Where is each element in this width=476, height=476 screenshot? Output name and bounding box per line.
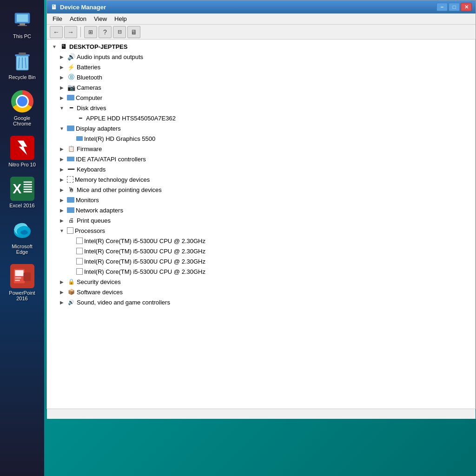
monitors-label: Monitors: [76, 197, 99, 204]
sidebar-label-chrome: GoogleChrome: [13, 115, 31, 126]
tree-item-network[interactable]: ▶ Network adapters: [47, 205, 475, 215]
svg-text:X: X: [13, 181, 21, 196]
tree-item-software[interactable]: ▶ 📦 Software devices: [47, 287, 475, 297]
tree-item-computer[interactable]: ▶ Computer: [47, 93, 475, 103]
audio-icon: 🔊: [67, 53, 75, 61]
back-button[interactable]: ←: [50, 26, 63, 38]
tree-item-cpu-3[interactable]: Intel(R) Core(TM) i5-5300U CPU @ 2.30GHz: [47, 256, 475, 266]
maximize-button[interactable]: □: [449, 3, 460, 11]
security-expander[interactable]: ▶: [58, 278, 66, 285]
tree-item-apple-hdd[interactable]: ━ APPLE HDD HTS545050A7E362: [47, 113, 475, 123]
print-expander[interactable]: ▶: [58, 217, 66, 224]
bluetooth-expander[interactable]: ▶: [58, 73, 66, 81]
ide-expander[interactable]: ▶: [58, 155, 66, 163]
cameras-icon: 📷: [67, 83, 75, 92]
tree-item-print[interactable]: ▶ 🖨 Print queues: [47, 215, 475, 225]
computer-label: Computer: [76, 94, 102, 101]
minimize-button[interactable]: −: [436, 3, 448, 11]
memory-expander[interactable]: ▶: [58, 176, 66, 183]
keyboards-expander[interactable]: ▶: [58, 165, 66, 173]
cpu2-icon: [76, 248, 83, 254]
security-label: Security devices: [77, 278, 121, 285]
tree-item-security[interactable]: ▶ 🔒 Security devices: [47, 277, 475, 287]
device-tree[interactable]: ▼ 🖥 DESKTOP-JEPTPES ▶ 🔊 Audio inputs and…: [47, 40, 476, 409]
processors-expander[interactable]: ▼: [58, 227, 66, 234]
sidebar-item-this-pc[interactable]: This PC: [4, 5, 41, 42]
computer-expander[interactable]: ▶: [58, 94, 66, 101]
svg-rect-23: [15, 278, 21, 279]
tree-item-cpu-1[interactable]: Intel(R) Core(TM) i5-5300U CPU @ 2.30GHz: [47, 236, 475, 246]
root-expander[interactable]: ▼: [51, 43, 58, 50]
svg-point-19: [20, 230, 28, 235]
software-expander[interactable]: ▶: [58, 288, 66, 296]
sidebar-item-edge[interactable]: MicrosoftEdge: [4, 215, 41, 258]
sound-expander[interactable]: ▶: [58, 298, 66, 306]
tree-item-batteries[interactable]: ▶ ⚡ Batteries: [47, 62, 475, 72]
device-manager-window: 🖥 Device Manager − □ ✕ File Action View …: [46, 0, 476, 409]
tree-item-monitors[interactable]: ▶ Monitors: [47, 195, 475, 205]
cpu1-icon: [76, 238, 83, 244]
sidebar-label-ppt: PowerPoint2016: [9, 290, 35, 301]
taskbar-sidebar: This PC Recycle Bin GoogleChrome: [0, 0, 44, 476]
cameras-label: Cameras: [77, 84, 101, 91]
properties-button[interactable]: ⊞: [84, 26, 97, 38]
tree-item-cpu-2[interactable]: Intel(R) Core(TM) i5-5300U CPU @ 2.30GHz: [47, 246, 475, 256]
mice-expander[interactable]: ▶: [58, 186, 66, 193]
bluetooth-icon: Ⓑ: [67, 73, 75, 81]
batteries-expander[interactable]: ▶: [58, 63, 66, 71]
sidebar-item-recycle-bin[interactable]: Recycle Bin: [4, 46, 41, 83]
update-button[interactable]: ⊟: [113, 26, 126, 38]
tree-item-audio[interactable]: ▶ 🔊 Audio inputs and outputs: [47, 52, 475, 62]
cpu4-icon: [76, 268, 83, 275]
processors-icon: [67, 227, 73, 234]
tree-item-disk-drives[interactable]: ▼ ━ Disk drives: [47, 103, 475, 113]
firmware-expander[interactable]: ▶: [58, 145, 66, 152]
tree-item-sound[interactable]: ▶ 🔊 Sound, video and game controllers: [47, 297, 475, 307]
title-bar-controls: − □ ✕: [436, 3, 472, 11]
svg-rect-2: [20, 23, 25, 25]
hd-graphics-icon: [76, 136, 83, 141]
audio-label: Audio inputs and outputs: [77, 53, 143, 60]
apple-hdd-icon: ━: [76, 114, 85, 122]
tree-item-ide[interactable]: ▶ IDE ATA/ATAPI controllers: [47, 154, 475, 164]
menu-action[interactable]: Action: [66, 14, 90, 23]
disk-expander[interactable]: ▼: [58, 104, 66, 112]
title-bar: 🖥 Device Manager − □ ✕: [47, 0, 476, 13]
print-label: Print queues: [77, 217, 111, 224]
audio-expander[interactable]: ▶: [58, 53, 66, 60]
forward-button[interactable]: →: [64, 26, 77, 38]
tree-item-cpu-4[interactable]: Intel(R) Core(TM) i5-5300U CPU @ 2.30GHz: [47, 266, 475, 277]
tree-item-hd-graphics[interactable]: Intel(R) HD Graphics 5500: [47, 133, 475, 144]
close-button[interactable]: ✕: [461, 3, 472, 11]
tree-item-processors[interactable]: ▼ Processors: [47, 225, 475, 236]
sidebar-item-chrome[interactable]: GoogleChrome: [4, 86, 41, 129]
display-button[interactable]: 🖥: [127, 26, 140, 38]
cameras-expander[interactable]: ▶: [58, 84, 66, 91]
network-expander[interactable]: ▶: [58, 206, 66, 214]
tree-item-mice[interactable]: ▶ 🖱 Mice and other pointing devices: [47, 185, 475, 195]
hd-graphics-expander: [67, 135, 75, 142]
monitors-expander[interactable]: ▶: [58, 196, 66, 204]
tree-item-memory[interactable]: ▶ Memory technology devices: [47, 174, 475, 185]
tree-item-cameras[interactable]: ▶ 📷 Cameras: [47, 82, 475, 93]
sidebar-item-nitro[interactable]: Nitro Pro 10: [4, 133, 41, 170]
tree-item-keyboards[interactable]: ▶ ━━ Keyboards: [47, 164, 475, 174]
display-expander[interactable]: ▼: [58, 125, 66, 132]
menu-view[interactable]: View: [90, 14, 111, 23]
tree-item-bluetooth[interactable]: ▶ Ⓑ Bluetooth: [47, 72, 475, 82]
svg-rect-1: [17, 14, 28, 22]
sound-icon: 🔊: [67, 298, 75, 306]
tree-item-firmware[interactable]: ▶ 📋 Firmware: [47, 144, 475, 154]
sidebar-item-powerpoint[interactable]: PowerPoint2016: [4, 261, 41, 304]
cpu2-expander: [67, 247, 75, 255]
batteries-label: Batteries: [77, 64, 100, 71]
cpu1-label: Intel(R) Core(TM) i5-5300U CPU @ 2.30GHz: [84, 238, 205, 245]
help-button[interactable]: ?: [99, 26, 112, 38]
sidebar-item-excel[interactable]: X Excel 2016: [4, 174, 41, 211]
menu-file[interactable]: File: [49, 14, 66, 23]
svg-rect-17: [23, 191, 32, 192]
menu-help[interactable]: Help: [111, 14, 131, 23]
tree-item-display[interactable]: ▼ Display adapters: [47, 123, 475, 133]
processors-label: Processors: [75, 227, 105, 234]
tree-root[interactable]: ▼ 🖥 DESKTOP-JEPTPES: [47, 41, 475, 52]
